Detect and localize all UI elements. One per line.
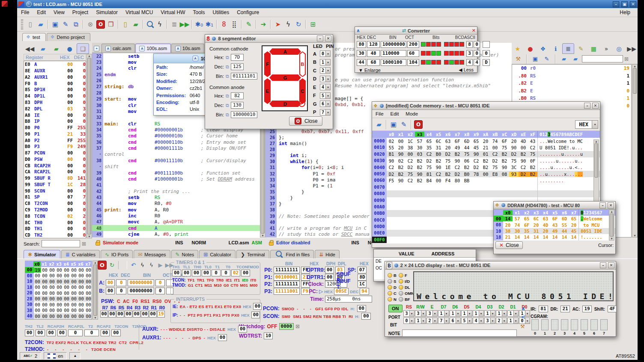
- memory-cell[interactable]: 00: [70, 302, 78, 307]
- memory-cell[interactable]: 00: [85, 273, 92, 278]
- hex-cell[interactable]: 6F: [500, 139, 509, 144]
- code-line[interactable]: 39 cmd #00111100b ; Function set: [92, 170, 265, 176]
- toolbar-grip[interactable]: [21, 19, 23, 30]
- hex-cell[interactable]: 4D: [519, 139, 528, 144]
- internal-memory-grid[interactable]: 00 1900000000000000 08 0000000000000000 …: [25, 267, 92, 320]
- clear-search-icon[interactable]: ⊠: [82, 241, 86, 247]
- compile-icon[interactable]: ϟ: [155, 19, 165, 30]
- hex-cell[interactable]: 75: [405, 172, 415, 177]
- ddram-row[interactable]: 00 1457656C636F6D65 .Welcome: [494, 216, 615, 222]
- memory-cell[interactable]: 00: [34, 308, 41, 313]
- scroll-up-icon[interactable]: ∧: [521, 306, 525, 312]
- converter-dec[interactable]: 48: [367, 50, 380, 57]
- hex-cell[interactable]: 00: [396, 139, 405, 144]
- register-row[interactable]: 99 SBUF R 8D 141: [24, 175, 86, 181]
- bit-cell[interactable]: [454, 42, 459, 47]
- ddram-cell[interactable]: 44: [560, 228, 569, 234]
- t2-value[interactable]: 00: [57, 329, 66, 336]
- converter-hex[interactable]: 30: [357, 50, 366, 57]
- hex-cell[interactable]: B2: [528, 172, 537, 177]
- memory-cell[interactable]: 00: [34, 279, 41, 284]
- converter-bcd-high[interactable]: 4: [466, 59, 473, 66]
- hex-cell[interactable]: 90: [396, 178, 405, 183]
- editor-tab[interactable]: A10s.asm: [171, 44, 204, 53]
- ddram-cell[interactable]: 21: [503, 234, 513, 240]
- symbol-row[interactable]: .80 RS 1: [512, 72, 631, 80]
- hex-cell[interactable]: [490, 178, 500, 183]
- hex-cell[interactable]: 65: [471, 139, 481, 144]
- bit-cell[interactable]: [459, 42, 464, 47]
- hex-cell[interactable]: 75: [462, 151, 471, 157]
- hex-cell[interactable]: B2: [396, 165, 405, 170]
- tcon-bit[interactable]: TF0: [207, 278, 214, 282]
- acc-hex[interactable]: 00: [106, 288, 115, 294]
- timer-value[interactable]: 00: [241, 270, 250, 276]
- hex-cell[interactable]: D2: [387, 172, 396, 177]
- open-icon[interactable]: ▰: [374, 119, 384, 130]
- auxr1-bits[interactable]: - - - - - - DPS -: [164, 335, 206, 340]
- window-icon[interactable]: ❒: [106, 19, 116, 30]
- reload-icon[interactable]: ↻: [293, 19, 304, 30]
- symbol-row[interactable]: .B2 E 0: [512, 87, 631, 95]
- memory-cell[interactable]: 00: [70, 314, 78, 319]
- register-row[interactable]: 8C TH0 00 0: [24, 219, 86, 226]
- cgram-slot[interactable]: 3: [561, 319, 568, 335]
- hex-cell[interactable]: B2: [481, 165, 490, 170]
- ddram-cell[interactable]: 35: [522, 228, 531, 234]
- hex-cell[interactable]: 90: [434, 165, 443, 170]
- bit-cell[interactable]: [431, 51, 436, 56]
- save-icon[interactable]: ▣: [388, 119, 399, 130]
- tcon-bit[interactable]: IE1: [226, 278, 232, 282]
- hex-cell[interactable]: 00: [519, 145, 528, 150]
- save-icon[interactable]: ▣: [50, 19, 60, 30]
- memory-cell[interactable]: 00: [34, 273, 41, 278]
- hex-cell[interactable]: 75: [500, 145, 509, 150]
- memory-cell[interactable]: 00: [78, 273, 85, 278]
- t2-value[interactable]: 00: [25, 329, 34, 336]
- hex-cell[interactable]: [519, 178, 528, 183]
- memory-cell[interactable]: 00: [48, 273, 56, 278]
- col-dec[interactable]: DEC: [72, 55, 84, 60]
- hex-cell[interactable]: 90: [453, 158, 462, 163]
- cathode-bin[interactable]: 01111101: [231, 73, 257, 80]
- tab-terminal[interactable]: ❯Terminal: [236, 250, 269, 258]
- signal-bit-dropdown[interactable]: 7▼: [438, 317, 449, 324]
- timer-value[interactable]: 0: [212, 270, 221, 276]
- hex-cell[interactable]: [528, 178, 537, 183]
- registers-icon[interactable]: ❑: [77, 43, 89, 54]
- run-icon[interactable]: ▶▶: [179, 19, 190, 30]
- pin-dropdown[interactable]: 6▼: [320, 101, 331, 107]
- ddram-cell[interactable]: 55: [560, 223, 569, 228]
- memory-cell[interactable]: 00: [56, 267, 63, 273]
- hex-row[interactable]: 0030 9002C2B2D2B2759006C2B2D2B275900F ..…: [372, 157, 600, 164]
- memory-row[interactable]: 28 0000000000000000: [25, 296, 92, 302]
- project-tab[interactable]: ❖Demo project: [47, 33, 90, 41]
- hex-cell[interactable]: 00: [434, 178, 443, 183]
- minimize-button[interactable]: –: [317, 36, 323, 42]
- signal-port-dropdown[interactable]: 1▼: [461, 310, 472, 317]
- step-back-icon[interactable]: ↶: [129, 261, 138, 270]
- minimize-button[interactable]: –: [599, 202, 606, 208]
- interrupt-hex[interactable]: 00: [251, 312, 260, 318]
- memory-cell[interactable]: 00: [78, 291, 85, 296]
- wrench-icon[interactable]: ⚒: [513, 54, 523, 64]
- memory-cell[interactable]: 00: [70, 291, 78, 296]
- hex-cell[interactable]: B2: [415, 158, 424, 163]
- acc-bin[interactable]: 00000000: [128, 279, 154, 286]
- register-row[interactable]: D0 PSW 00 0: [24, 156, 86, 162]
- sim-shutdown-icon[interactable]: O: [98, 261, 107, 270]
- converter-hex[interactable]: 44: [357, 59, 366, 66]
- t2-value[interactable]: 00: [47, 329, 56, 336]
- signal-bit-dropdown[interactable]: 4▼: [473, 317, 483, 324]
- separator[interactable]: [143, 20, 143, 29]
- timer-value[interactable]: 00: [202, 270, 211, 276]
- tcon-bit[interactable]: IE0: [242, 278, 248, 282]
- hex-cell[interactable]: D2: [405, 165, 415, 170]
- converter-bcd-low[interactable]: 4: [474, 59, 480, 66]
- open-file-icon[interactable]: ▰: [37, 43, 49, 54]
- r-register-value[interactable]: 00: [100, 311, 108, 317]
- signal-bit-dropdown[interactable]: 2▼: [496, 317, 507, 324]
- hex-cell[interactable]: D2: [453, 172, 462, 177]
- shutdown-icon[interactable]: O: [96, 20, 105, 29]
- bit-cell[interactable]: [444, 51, 449, 56]
